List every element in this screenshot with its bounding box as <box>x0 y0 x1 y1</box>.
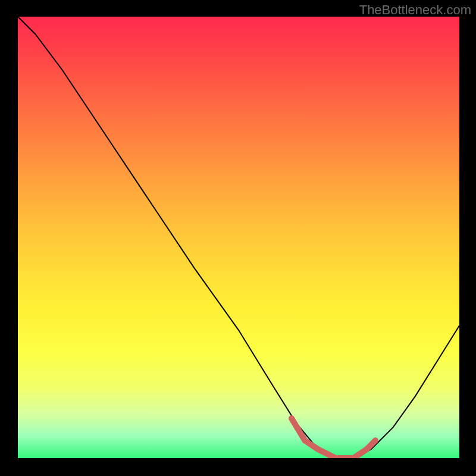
chart-svg <box>18 17 459 458</box>
chart-plot-area <box>18 17 459 458</box>
bottleneck-curve <box>18 17 459 458</box>
highlight-segment <box>292 418 375 458</box>
watermark-text: TheBottleneck.com <box>359 2 471 18</box>
